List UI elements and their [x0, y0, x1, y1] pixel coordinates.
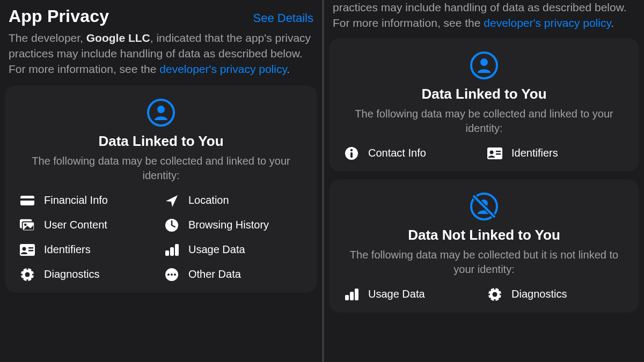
- privacy-description: The developer, Google LLC, indicated tha…: [5, 31, 317, 86]
- data-not-linked-card: Data Not Linked to You The following dat…: [330, 180, 639, 312]
- card-title: Data Linked to You: [342, 86, 626, 102]
- location-arrow-icon: [164, 193, 180, 209]
- svg-rect-14: [175, 244, 179, 256]
- credit-card-icon: [19, 193, 35, 209]
- svg-rect-20: [32, 274, 35, 275]
- data-label: Financial Info: [44, 194, 108, 206]
- svg-point-27: [171, 274, 173, 276]
- desc-prefix: The developer,: [9, 32, 86, 44]
- card-icon: [342, 50, 626, 80]
- data-linked-card: Data Linked to You The following data ma…: [330, 39, 639, 171]
- svg-rect-48: [494, 299, 496, 302]
- data-label: User Content: [44, 219, 107, 231]
- privacy-policy-link[interactable]: developer's privacy policy: [484, 17, 611, 29]
- data-label: Diagnostics: [44, 268, 99, 280]
- id-card-icon: [487, 145, 503, 161]
- person-circle-slash-icon: [469, 191, 499, 221]
- svg-point-32: [350, 149, 353, 151]
- svg-rect-13: [170, 247, 174, 256]
- svg-rect-42: [345, 295, 349, 300]
- svg-rect-12: [165, 250, 169, 256]
- svg-rect-11: [28, 250, 33, 252]
- svg-point-1: [157, 106, 165, 113]
- clock-icon: [164, 217, 180, 233]
- data-label: Identifiers: [511, 147, 558, 159]
- info-circle-icon: [343, 145, 360, 161]
- svg-rect-18: [27, 279, 28, 282]
- right-description: practices may include handling of data a…: [330, 0, 639, 39]
- id-card-icon: [19, 242, 35, 258]
- see-details-link[interactable]: See Details: [253, 11, 313, 25]
- developer-name: Google LLC: [86, 32, 150, 44]
- data-label: Other Data: [188, 268, 241, 280]
- card-subtitle: The following data may be collected and …: [342, 107, 626, 136]
- data-label: Diagnostics: [511, 288, 567, 300]
- svg-rect-19: [20, 274, 23, 275]
- data-grid: Contact Info Identifiers: [342, 145, 626, 161]
- data-linked-card: Data Linked to You The following data ma…: [5, 86, 317, 292]
- data-label: Usage Data: [368, 288, 425, 300]
- card-icon: [18, 98, 304, 128]
- data-item-diagnostics: Diagnostics: [487, 286, 625, 302]
- gear-icon: [19, 267, 35, 283]
- data-label: Identifiers: [44, 243, 91, 256]
- ellipsis-circle-icon: [164, 267, 180, 283]
- card-subtitle: The following data may be collected but …: [342, 248, 626, 277]
- page-title: App Privacy: [9, 6, 109, 26]
- person-circle-icon: [146, 98, 176, 128]
- svg-rect-3: [20, 198, 34, 201]
- gear-icon: [487, 286, 503, 302]
- data-label: Usage Data: [188, 243, 245, 256]
- data-item-location: Location: [164, 193, 303, 209]
- bar-chart-icon: [343, 286, 360, 302]
- svg-rect-37: [496, 153, 501, 155]
- card-icon: [342, 191, 626, 221]
- right-panel: practices may include handling of data a…: [324, 0, 644, 362]
- data-item-diagnostics: Diagnostics: [19, 267, 158, 283]
- card-subtitle: The following data may be collected and …: [18, 154, 304, 183]
- desc-suffix: .: [287, 63, 290, 75]
- photos-icon: [19, 217, 35, 233]
- data-label: Location: [188, 194, 229, 206]
- svg-rect-33: [350, 152, 353, 158]
- data-item-financial: Financial Info: [19, 193, 158, 209]
- header-row: App Privacy See Details: [5, 5, 317, 31]
- person-circle-icon: [469, 50, 499, 80]
- svg-rect-50: [500, 293, 502, 295]
- card-title: Data Linked to You: [18, 133, 304, 150]
- svg-point-9: [23, 247, 26, 250]
- svg-rect-43: [350, 292, 354, 300]
- privacy-policy-link[interactable]: developer's privacy policy: [159, 63, 287, 75]
- data-item-browsing: Browsing History: [164, 217, 303, 233]
- left-panel: App Privacy See Details The developer, G…: [0, 0, 324, 362]
- data-item-usage: Usage Data: [164, 242, 303, 258]
- svg-point-35: [490, 150, 494, 154]
- svg-point-30: [480, 58, 488, 66]
- desc-suffix: .: [611, 17, 614, 29]
- svg-rect-17: [27, 267, 28, 270]
- card-title: Data Not Linked to You: [342, 227, 626, 243]
- data-grid: Financial Info Location User Content Bro…: [18, 193, 304, 283]
- data-item-usage: Usage Data: [343, 286, 481, 302]
- svg-rect-36: [496, 151, 501, 152]
- data-label: Browsing History: [188, 219, 269, 231]
- svg-point-26: [167, 274, 170, 276]
- svg-point-6: [24, 224, 27, 226]
- svg-rect-10: [28, 247, 33, 249]
- svg-rect-47: [494, 287, 496, 290]
- svg-rect-44: [355, 289, 358, 300]
- data-grid: Usage Data Diagnostics: [342, 286, 626, 302]
- data-item-identifiers: Identifiers: [487, 145, 625, 161]
- bar-chart-icon: [164, 242, 180, 258]
- data-item-user-content: User Content: [19, 217, 158, 233]
- data-item-contact: Contact Info: [343, 145, 481, 161]
- svg-rect-49: [487, 293, 490, 295]
- data-label: Contact Info: [368, 147, 426, 159]
- data-item-identifiers: Identifiers: [19, 242, 158, 258]
- svg-point-46: [493, 292, 497, 297]
- data-item-other: Other Data: [164, 267, 303, 283]
- svg-point-28: [174, 274, 176, 276]
- svg-point-16: [25, 272, 30, 277]
